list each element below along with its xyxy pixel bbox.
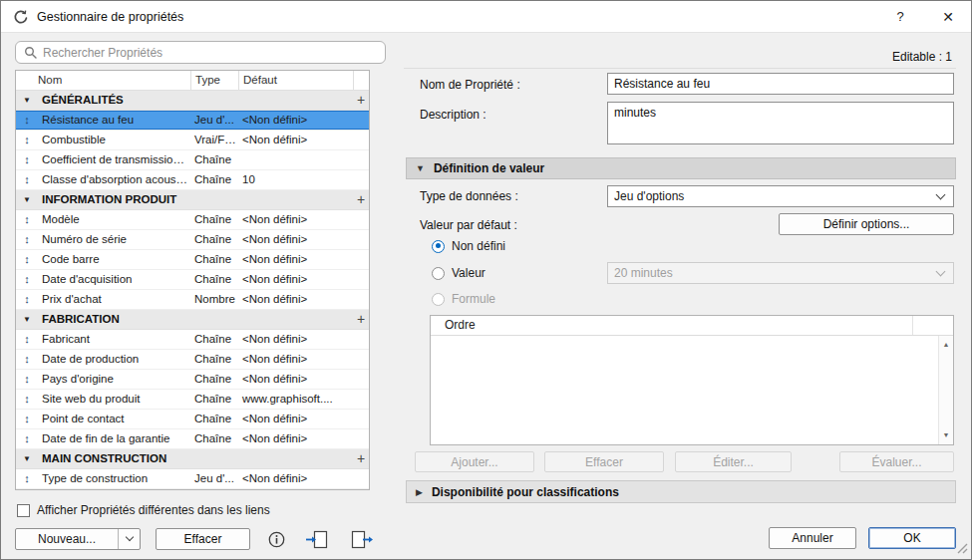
search-icon bbox=[24, 46, 37, 59]
radio-row-valeur[interactable]: Valeur bbox=[432, 265, 486, 281]
property-type: Nombre bbox=[190, 290, 238, 309]
property-row[interactable]: ↕Type de constructionJeu d'...<Non défin… bbox=[16, 469, 369, 489]
property-row[interactable]: ↕ModèleChaîne<Non défini> bbox=[16, 210, 369, 230]
property-type: Chaîne bbox=[190, 150, 238, 169]
availability-section-header[interactable]: ▶ Disponibilité pour classifications bbox=[406, 480, 956, 503]
close-button[interactable]: ✕ bbox=[933, 1, 963, 33]
row-spacer bbox=[353, 210, 369, 229]
drag-handle-icon: ↕ bbox=[24, 294, 30, 305]
export-properties-button[interactable] bbox=[346, 528, 378, 550]
properties-table: Nom Type Défaut ▼GÉNÉRALITÉS+↕Résistance… bbox=[15, 70, 370, 490]
show-different-properties-checkbox[interactable] bbox=[17, 504, 30, 517]
property-name: Code barre bbox=[38, 250, 190, 269]
property-name: Date de fin de la garantie bbox=[38, 429, 190, 448]
column-header-spacer bbox=[353, 71, 369, 90]
delete-property-button[interactable]: Effacer bbox=[156, 528, 250, 550]
help-button[interactable]: ? bbox=[885, 1, 915, 33]
property-row[interactable]: ↕Point de contactChaîne<Non défini> bbox=[16, 410, 369, 429]
ordre-column-header[interactable]: Ordre bbox=[445, 318, 476, 332]
chevron-down-icon bbox=[936, 266, 946, 276]
property-type: Chaîne bbox=[190, 170, 238, 189]
scrollbar[interactable]: ▲ ▼ bbox=[938, 336, 953, 444]
cancel-button[interactable]: Annuler bbox=[769, 527, 856, 549]
property-manager-dialog: Gestionnaire de propriétés ? ✕ Nom Type … bbox=[0, 0, 972, 560]
property-row[interactable]: ↕FabricantChaîne<Non défini> bbox=[16, 330, 369, 350]
group-name: INFORMATION PRODUIT bbox=[38, 190, 353, 209]
section-title: Disponibilité pour classifications bbox=[432, 485, 619, 499]
editable-status: Editable : 1 bbox=[892, 50, 952, 64]
new-button-dropdown[interactable] bbox=[118, 529, 140, 549]
add-property-to-group-button[interactable]: + bbox=[353, 310, 369, 329]
data-type-value: Jeu d'options bbox=[614, 189, 937, 203]
radio-label: Non défini bbox=[452, 239, 505, 253]
property-default: 10 bbox=[238, 170, 353, 189]
property-type: Chaîne bbox=[190, 250, 238, 269]
property-row[interactable]: ↕Prix d'achatNombre<Non défini> bbox=[16, 290, 369, 310]
scroll-down-icon[interactable]: ▼ bbox=[939, 430, 953, 440]
resize-grip[interactable] bbox=[955, 541, 968, 557]
description-input[interactable]: minutes bbox=[607, 102, 954, 144]
group-name: MAIN CONSTRUCTION bbox=[38, 449, 353, 468]
property-type: Chaîne bbox=[190, 230, 238, 249]
data-type-dropdown[interactable]: Jeu d'options bbox=[607, 185, 954, 207]
radio-non-defini[interactable] bbox=[432, 240, 445, 253]
property-row[interactable]: ↕Site web du produitChaînewww.graphisoft… bbox=[16, 390, 369, 410]
row-spacer bbox=[353, 170, 369, 189]
property-group-row[interactable]: ▼MAIN CONSTRUCTION+ bbox=[16, 449, 369, 469]
define-options-button[interactable]: Définir options... bbox=[779, 213, 954, 235]
property-row[interactable]: ↕Pays d'origineChaîne<Non défini> bbox=[16, 370, 369, 390]
property-row[interactable]: ↕Date de fin de la garantieChaîne<Non dé… bbox=[16, 429, 369, 449]
drag-cell: ↕ bbox=[16, 150, 38, 169]
table-header: Nom Type Défaut bbox=[16, 71, 369, 91]
property-row[interactable]: ↕Date de productionChaîne<Non défini> bbox=[16, 350, 369, 370]
property-row[interactable]: ↕CombustibleVrai/Fa...<Non défini> bbox=[16, 131, 369, 150]
property-type: Chaîne bbox=[190, 370, 238, 389]
new-button[interactable]: Nouveau... bbox=[16, 529, 118, 549]
group-expanded-icon[interactable]: ▼ bbox=[23, 97, 31, 105]
value-definition-section-header[interactable]: ▼ Définition de valeur bbox=[406, 157, 956, 179]
scroll-up-icon[interactable]: ▲ bbox=[939, 340, 953, 350]
property-row[interactable]: ↕Numéro de sérieChaîne<Non défini> bbox=[16, 230, 369, 250]
drag-cell: ↕ bbox=[16, 429, 38, 448]
property-row[interactable]: ↕Résistance au feuJeu d'...<Non défini> bbox=[16, 111, 369, 131]
property-group-row[interactable]: ▼INFORMATION PRODUIT+ bbox=[16, 190, 369, 210]
checkbox-label: Afficher Propriétés différentes dans les… bbox=[37, 503, 270, 517]
search-input[interactable] bbox=[43, 46, 377, 60]
property-name: Type de construction bbox=[38, 469, 190, 488]
info-button[interactable] bbox=[263, 528, 289, 550]
add-option-button: Ajouter... bbox=[415, 451, 534, 472]
property-name-input[interactable] bbox=[607, 73, 954, 95]
drag-handle-icon: ↕ bbox=[24, 115, 30, 126]
group-expanded-icon[interactable]: ▼ bbox=[23, 196, 31, 204]
titlebar: Gestionnaire de propriétés ? ✕ bbox=[1, 1, 971, 33]
import-properties-button[interactable] bbox=[301, 528, 333, 550]
row-spacer bbox=[353, 350, 369, 369]
group-expanded-icon[interactable]: ▼ bbox=[23, 316, 31, 324]
ok-button[interactable]: OK bbox=[868, 527, 956, 549]
show-different-properties-row[interactable]: Afficher Propriétés différentes dans les… bbox=[17, 503, 270, 517]
drag-handle-icon: ↕ bbox=[24, 274, 30, 285]
property-row[interactable]: ↕Code barreChaîne<Non défini> bbox=[16, 250, 369, 270]
app-icon bbox=[13, 9, 29, 25]
row-spacer bbox=[353, 131, 369, 149]
property-row[interactable]: ↕Classe d'absorption acousti...Chaîne10 bbox=[16, 170, 369, 190]
drag-cell: ↕ bbox=[16, 250, 38, 269]
property-row[interactable]: ↕Coefficient de transmission ...Chaîne bbox=[16, 150, 369, 170]
column-header-nom[interactable]: Nom bbox=[16, 71, 190, 90]
row-spacer bbox=[353, 111, 369, 130]
property-group-row[interactable]: ▼GÉNÉRALITÉS+ bbox=[16, 91, 369, 111]
drag-cell: ↕ bbox=[16, 370, 38, 389]
property-name-label: Nom de Propriété : bbox=[420, 78, 520, 92]
property-group-row[interactable]: ▼FABRICATION+ bbox=[16, 310, 369, 330]
add-property-to-group-button[interactable]: + bbox=[353, 91, 369, 110]
property-row[interactable]: ↕Date d'acquisitionChaîne<Non défini> bbox=[16, 270, 369, 290]
add-property-to-group-button[interactable]: + bbox=[353, 449, 369, 468]
radio-row-non-defini[interactable]: Non défini bbox=[432, 238, 505, 254]
radio-valeur[interactable] bbox=[432, 267, 445, 280]
row-spacer bbox=[353, 390, 369, 409]
column-header-type[interactable]: Type bbox=[190, 71, 238, 90]
add-property-to-group-button[interactable]: + bbox=[353, 190, 369, 209]
group-expanded-icon[interactable]: ▼ bbox=[23, 455, 31, 463]
property-default: <Non défini> bbox=[238, 210, 353, 229]
column-header-defaut[interactable]: Défaut bbox=[238, 71, 353, 90]
